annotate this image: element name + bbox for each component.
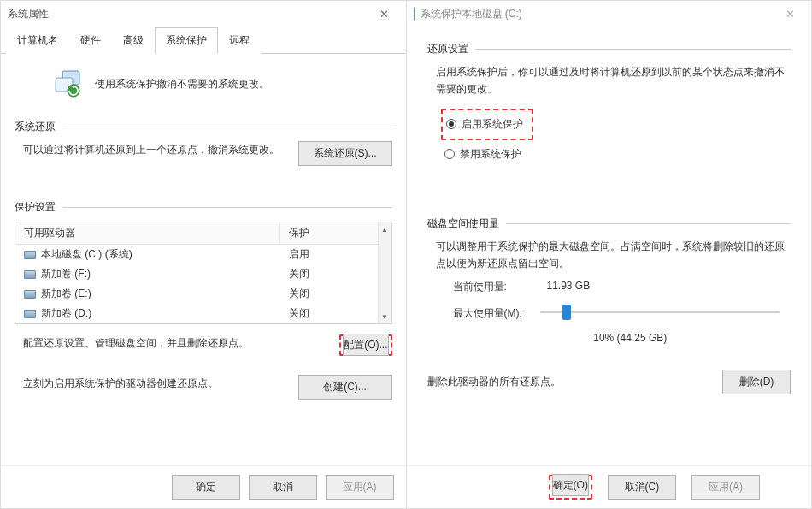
drives-scrollbar[interactable]: ▲ ▼ [378, 222, 391, 323]
highlight-frame: 启用系统保护 [441, 109, 533, 140]
drive-name: 新加卷 (F:) [41, 267, 91, 281]
configure-button[interactable]: 配置(O)... [343, 334, 388, 356]
close-icon[interactable]: ✕ [775, 3, 804, 24]
titlebar: 系统属性 ✕ [1, 1, 406, 27]
max-usage-label: 最大使用量(M): [453, 306, 532, 321]
section-label: 还原设置 [427, 42, 468, 56]
restore-settings-desc: 启用系统保护后，你可以通过及时将计算机还原到以前的某个状态点来撤消不需要的更改。 [427, 63, 791, 98]
drives-list: 可用驱动器 保护 本地磁盘 (C:) (系统) 启用 新加卷 (F:) 关闭 新… [15, 222, 392, 324]
titlebar: 系统保护本地磁盘 (C:) ✕ [407, 1, 812, 27]
radio-enable-label: 启用系统保护 [462, 117, 523, 132]
tab-strip: 计算机名 硬件 高级 系统保护 远程 [1, 27, 406, 54]
system-properties-window: 系统属性 ✕ 计算机名 硬件 高级 系统保护 远程 使用系统保护撤消不需要的系统… [0, 0, 407, 509]
radio-disable-protection[interactable] [444, 149, 455, 159]
drive-row[interactable]: 新加卷 (E:) 关闭 [15, 284, 391, 304]
section-label-settings: 保护设置 [15, 200, 56, 215]
system-restore-button[interactable]: 系统还原(S)... [298, 141, 392, 166]
radio-disable-label: 禁用系统保护 [460, 147, 521, 162]
delete-button[interactable]: 删除(D) [722, 370, 791, 394]
content-area: 还原设置 启用系统保护后，你可以通过及时将计算机还原到以前的某个状态点来撤消不需… [407, 27, 812, 465]
tab-computer-name[interactable]: 计算机名 [6, 27, 69, 54]
cancel-button[interactable]: 取消(C) [608, 475, 676, 500]
delete-restore-points-text: 删除此驱动器的所有还原点。 [427, 375, 561, 389]
scroll-down-icon[interactable]: ▼ [379, 310, 391, 323]
drive-icon [24, 270, 36, 279]
slider-thumb-icon[interactable] [562, 305, 571, 320]
drive-row[interactable]: 新加卷 (D:) 关闭 [15, 304, 391, 323]
current-usage-label: 当前使用量: [453, 280, 530, 294]
intro-text: 使用系统保护撤消不需要的系统更改。 [95, 77, 269, 92]
scroll-up-icon[interactable]: ▲ [379, 222, 391, 236]
highlight-frame: 配置(O)... [339, 334, 391, 356]
max-usage-slider[interactable] [540, 303, 780, 320]
drive-name: 本地磁盘 (C:) (系统) [41, 247, 132, 262]
drives-col-status[interactable]: 保护 [280, 222, 391, 244]
drive-row[interactable]: 本地磁盘 (C:) (系统) 启用 [15, 245, 391, 264]
disk-usage-desc: 可以调整用于系统保护的最大磁盘空间。占满空间时，系统将删除较旧的还原点以便为新还… [427, 238, 791, 273]
radio-enable-protection[interactable] [446, 119, 456, 129]
apply-button[interactable]: 应用(A) [691, 475, 760, 500]
configure-description: 配置还原设置、管理磁盘空间，并且删除还原点。 [23, 334, 326, 352]
slider-value-label: 10% (44.25 GB) [470, 332, 791, 344]
ok-button[interactable]: 确定(O) [552, 474, 589, 496]
window-title: 系统属性 [8, 7, 49, 21]
section-header-restore-settings: 还原设置 [427, 42, 791, 56]
content-area: 使用系统保护撤消不需要的系统更改。 系统还原 可以通过将计算机还原到上一个还原点… [1, 54, 406, 465]
drive-status: 关闭 [280, 305, 391, 322]
restore-description: 可以通过将计算机还原到上一个还原点，撤消系统更改。 [23, 141, 285, 158]
section-header-settings: 保护设置 [15, 200, 392, 215]
drive-row[interactable]: 新加卷 (F:) 关闭 [15, 264, 391, 284]
section-label-restore: 系统还原 [15, 120, 56, 134]
dialog-buttons: 确定 取消 应用(A) [1, 465, 406, 508]
drive-status: 关闭 [280, 286, 391, 302]
system-protection-config-window: 系统保护本地磁盘 (C:) ✕ 还原设置 启用系统保护后，你可以通过及时将计算机… [407, 0, 813, 509]
drive-status: 关闭 [280, 266, 391, 282]
drives-col-name[interactable]: 可用驱动器 [15, 222, 280, 244]
section-label: 磁盘空间使用量 [427, 216, 499, 231]
apply-button[interactable]: 应用(A) [326, 475, 394, 500]
system-protection-icon [52, 68, 83, 101]
section-header-restore: 系统还原 [15, 120, 392, 134]
drive-status: 启用 [280, 246, 391, 263]
dialog-buttons: 确定(O) 取消(C) 应用(A) [407, 465, 812, 508]
current-usage-value: 11.93 GB [547, 280, 591, 294]
create-button[interactable]: 创建(C)... [298, 375, 392, 400]
window-title: 系统保护本地磁盘 (C:) [421, 7, 522, 21]
tab-advanced[interactable]: 高级 [112, 27, 155, 54]
section-header-disk-usage: 磁盘空间使用量 [427, 216, 791, 231]
cancel-button[interactable]: 取消 [249, 475, 317, 500]
tab-system-protection[interactable]: 系统保护 [155, 27, 218, 54]
drive-icon [24, 290, 36, 299]
tab-remote[interactable]: 远程 [218, 27, 261, 54]
create-description: 立刻为启用系统保护的驱动器创建还原点。 [23, 375, 285, 392]
drive-name: 新加卷 (E:) [41, 287, 91, 301]
tab-hardware[interactable]: 硬件 [69, 27, 112, 54]
close-icon[interactable]: ✕ [370, 3, 399, 24]
drive-name: 新加卷 (D:) [41, 306, 91, 321]
drive-icon [414, 8, 415, 20]
drive-icon [24, 251, 36, 259]
ok-button[interactable]: 确定 [172, 475, 240, 500]
highlight-frame: 确定(O) [549, 475, 592, 500]
drive-icon [24, 310, 36, 318]
